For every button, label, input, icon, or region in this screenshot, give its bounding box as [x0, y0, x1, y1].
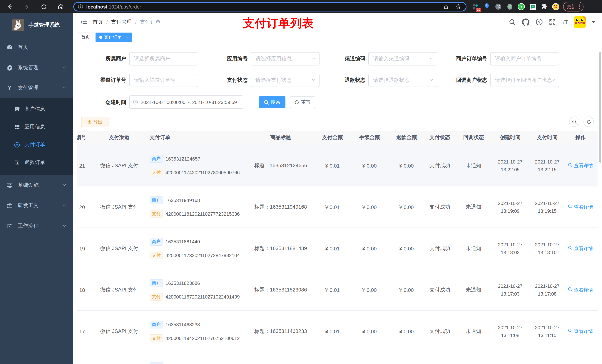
filter-label: 应用编号: [207, 55, 248, 62]
sidebar-item-pay[interactable]: ¥支付管理: [0, 78, 73, 98]
toggle-search-button[interactable]: [569, 116, 580, 127]
select-arrow-icon: [429, 55, 434, 62]
chevron-down-icon: [62, 64, 67, 71]
cell-pay-order: 商户1635311949168支付42000011812021102777232…: [145, 196, 244, 218]
cell-channel: 微信 JSAPI 支付: [93, 204, 145, 210]
merchant-order-no: 1635311949168: [165, 197, 200, 203]
balloon-extension-icon[interactable]: [483, 3, 491, 10]
view-detail-link[interactable]: 查看详情: [568, 328, 593, 335]
filter-placeholder: 请选择退款状态: [373, 77, 409, 83]
cell-title: 标题：1635312124656: [244, 162, 317, 169]
cell-amount: ¥ 0.01: [317, 287, 348, 293]
breadcrumb-item[interactable]: 支付管理: [111, 19, 132, 25]
user-avatar[interactable]: [574, 16, 586, 28]
filter-select[interactable]: 请选择应用信息: [251, 52, 320, 65]
cell-channel: 微信 JSAPI 支付: [93, 287, 145, 293]
cell-refund: ¥ 0.00: [391, 328, 422, 334]
filter-select[interactable]: 请输入渠道编码: [368, 52, 437, 65]
app-logo-row: 芋道管理系统: [0, 13, 73, 37]
sidebar-item-merchant-info[interactable]: 商户信息: [0, 100, 73, 118]
gear-icon: [7, 64, 13, 71]
pinned-extension-icon[interactable]: 10: [472, 3, 479, 10]
puzzle-extensions-icon[interactable]: [540, 3, 548, 10]
briefcase-icon: [7, 203, 13, 208]
briefcase-icon: [7, 223, 13, 229]
filter-select[interactable]: 请选择订单回调商户状态: [490, 74, 559, 87]
filter-field-7: 回调商户状态请选择订单回调商户状态: [447, 74, 559, 87]
font-size-icon[interactable]: TT: [562, 19, 568, 25]
search-icon[interactable]: [509, 18, 516, 26]
reset-refresh-icon: [294, 100, 299, 104]
browser-update-button[interactable]: 更新: [563, 2, 583, 11]
tab-close-icon[interactable]: ×: [126, 35, 128, 39]
sidebar-item-label: 应用信息: [24, 124, 45, 130]
view-detail-link[interactable]: 查看详情: [568, 162, 593, 169]
breadcrumb-item[interactable]: 首页: [93, 19, 103, 25]
record-extension-icon[interactable]: [506, 3, 514, 10]
chat-extension-icon[interactable]: [529, 3, 537, 10]
sidebar-item-pay-order[interactable]: ¥支付订单: [0, 136, 73, 154]
search-button[interactable]: 搜索: [259, 96, 285, 108]
export-button[interactable]: 导出: [81, 117, 108, 127]
y-extension-icon[interactable]: Y: [517, 3, 525, 10]
emoji-extension-icon[interactable]: [552, 3, 559, 10]
view-detail-link[interactable]: 查看详情: [568, 245, 593, 252]
github-icon[interactable]: [522, 18, 529, 26]
download-icon: [87, 120, 92, 124]
screen: localhost:1024/pay/order 10 ⌘: [0, 0, 602, 364]
user-menu-caret-icon[interactable]: [592, 21, 595, 23]
pay-tag: 支付: [150, 334, 163, 342]
view-detail-link[interactable]: 查看详情: [568, 287, 593, 293]
sidebar-item-label: 首页: [18, 44, 28, 51]
cell-action: 查看详情: [563, 204, 598, 210]
share-icon[interactable]: [442, 3, 450, 10]
site-info-icon[interactable]: [78, 4, 83, 10]
filter-select[interactable]: 请选择支付状态: [251, 74, 320, 87]
sidebar-item-system[interactable]: 系统管理: [0, 57, 73, 78]
view-detail-link[interactable]: 查看详情: [568, 204, 593, 210]
page-content: 所属商户请选择所属商户应用编号请选择应用信息渠道编码请输入渠道编码商户订单编号请…: [73, 44, 602, 364]
filter-input[interactable]: 请选择所属商户: [129, 52, 198, 65]
main-area: 首页/支付管理/支付订单 支付订单列表 ? TT: [73, 13, 602, 364]
filter-input[interactable]: 请输入渠道订单号: [129, 74, 198, 87]
sidebar-item-dev-tools[interactable]: 研发工具: [0, 195, 73, 216]
browser-menu-icon[interactable]: [579, 4, 580, 9]
fullscreen-icon[interactable]: [549, 18, 556, 26]
table-row: 20微信 JSAPI 支付商户1635311949168支付4200001181…: [77, 187, 598, 228]
sidebar-toggle-icon[interactable]: [80, 18, 87, 26]
filter-label: 回调商户状态: [447, 77, 487, 83]
sidebar-item-app-info[interactable]: 应用信息: [0, 118, 73, 136]
filter-placeholder: 请输入渠道订单号: [134, 77, 175, 83]
forward-icon[interactable]: [23, 3, 30, 10]
create-time-range-picker[interactable]: 2021-10-01 00:00:00 - 2021-10-31 23:59:5…: [129, 95, 243, 109]
sidebar-item-home[interactable]: 首页: [0, 37, 73, 57]
sidebar-item-infra[interactable]: 基础设施: [0, 175, 73, 195]
tab-home[interactable]: 首页: [78, 32, 93, 42]
date-end-value: 2021-10-31 23:59:59: [192, 99, 237, 105]
tab-pay-order[interactable]: 支付订单 ×: [96, 32, 132, 42]
filter-select[interactable]: 请选择退款状态: [368, 74, 437, 87]
bookmark-star-icon[interactable]: [455, 3, 462, 10]
merchant-order-no: 1635311451796: [165, 363, 200, 364]
help-icon[interactable]: ?: [535, 18, 543, 26]
sidebar-item-workflow[interactable]: 工作流程: [0, 216, 73, 236]
column-header-4: 支付金额: [317, 134, 348, 141]
active-dot-icon: [99, 36, 102, 39]
breadcrumb-separator: /: [106, 19, 108, 25]
reload-icon[interactable]: [40, 3, 47, 10]
command-extension-icon[interactable]: ⌘: [495, 3, 502, 10]
cell-notify-status: 未通知: [458, 204, 489, 210]
reset-button[interactable]: 重置: [290, 96, 315, 108]
view-detail-icon: [568, 163, 572, 168]
url-bar[interactable]: localhost:1024/pay/order: [73, 2, 466, 11]
page-scrollbar[interactable]: [599, 52, 601, 163]
sidebar-item-refund-order[interactable]: 退款订单: [0, 154, 73, 171]
merchant-tag: 商户: [150, 279, 163, 287]
sidebar-item-label: 退款订单: [24, 159, 45, 166]
search-button-icon: [264, 100, 269, 104]
back-icon[interactable]: [6, 3, 13, 10]
filter-input[interactable]: 请输入商户订单编号: [490, 52, 559, 65]
refresh-table-button[interactable]: [583, 116, 594, 127]
filter-field-6: 退款状态请选择退款状态: [325, 74, 437, 87]
home-icon[interactable]: [57, 3, 64, 10]
